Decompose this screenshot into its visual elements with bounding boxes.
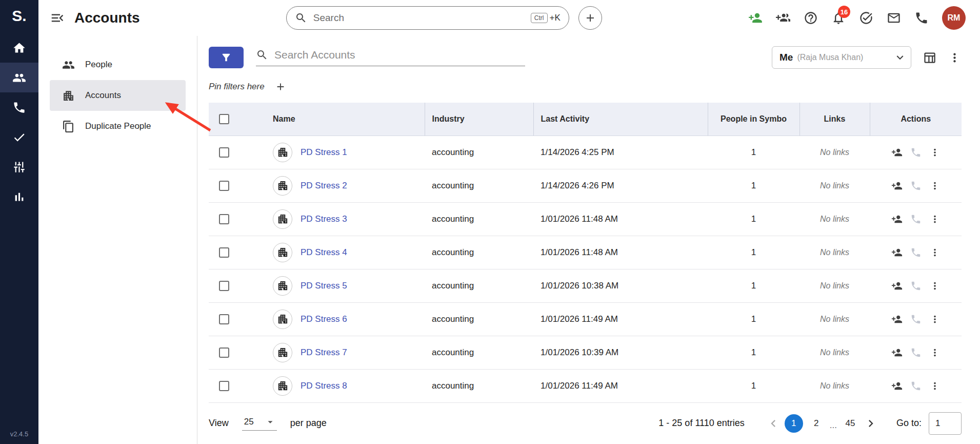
goto-page-input[interactable] (929, 412, 962, 435)
table-row: PD Stress 3 accounting 1/01/2026 11:48 A… (209, 202, 962, 236)
row-more-options-icon[interactable] (929, 280, 941, 292)
rail-settings[interactable] (0, 152, 38, 182)
links-cell: No links (799, 236, 870, 269)
people-icon (12, 71, 26, 85)
add-person-icon[interactable] (891, 247, 903, 258)
add-person-icon[interactable] (891, 180, 903, 191)
rail-calls[interactable] (0, 92, 38, 122)
row-more-options-icon[interactable] (929, 314, 941, 325)
call-icon[interactable] (910, 347, 922, 358)
call-icon[interactable] (910, 380, 922, 392)
sidebar-item-people[interactable]: People (50, 49, 186, 80)
account-name-link[interactable]: PD Stress 4 (301, 247, 347, 258)
owner-filter-dropdown[interactable]: Me (Raja Musa Khan) (772, 46, 911, 69)
phone-button[interactable] (914, 11, 929, 25)
global-search-input[interactable] (313, 12, 531, 24)
add-person-icon[interactable] (891, 280, 903, 292)
rail-people[interactable] (0, 63, 38, 92)
notifications-button[interactable]: 16 (831, 11, 846, 25)
add-person-icon[interactable] (891, 147, 903, 158)
add-person-icon[interactable] (891, 214, 903, 225)
call-icon[interactable] (910, 280, 922, 292)
page-button-last[interactable]: 45 (841, 414, 859, 433)
sidebar-item-label: Accounts (85, 90, 121, 101)
rail-home[interactable] (0, 33, 38, 63)
account-avatar (273, 376, 292, 396)
chevron-down-icon (893, 51, 907, 64)
row-checkbox[interactable] (219, 147, 229, 158)
column-settings-button[interactable] (923, 51, 936, 65)
app-version: v2.4.5 (10, 430, 28, 438)
more-options-button[interactable] (948, 51, 962, 65)
call-icon[interactable] (910, 147, 922, 158)
page-button-2[interactable]: 2 (807, 414, 826, 433)
user-avatar[interactable]: RM (942, 6, 966, 30)
add-person-icon[interactable] (891, 380, 903, 392)
row-more-options-icon[interactable] (929, 347, 941, 358)
last-activity-cell: 1/01/2026 11:48 AM (533, 202, 708, 236)
page-button-1[interactable]: 1 (785, 414, 803, 433)
col-header-actions[interactable]: Actions (870, 103, 962, 136)
menu-open-icon[interactable] (50, 10, 65, 26)
sidebar-item-duplicate-people[interactable]: Duplicate People (50, 111, 186, 142)
account-name-link[interactable]: PD Stress 1 (301, 147, 347, 158)
prev-page-button[interactable] (766, 416, 781, 431)
col-header-links[interactable]: Links (799, 103, 870, 136)
call-icon[interactable] (910, 214, 922, 225)
account-name-link[interactable]: PD Stress 5 (301, 281, 347, 291)
app-logo: S. (12, 7, 26, 25)
col-header-name[interactable]: Name (266, 103, 425, 136)
sidebar-item-accounts[interactable]: Accounts (50, 80, 186, 111)
call-icon[interactable] (910, 314, 922, 325)
quick-add-button[interactable] (578, 6, 602, 30)
row-checkbox[interactable] (219, 314, 229, 324)
account-avatar (273, 143, 292, 162)
col-header-industry[interactable]: Industry (425, 103, 533, 136)
row-checkbox[interactable] (219, 214, 229, 224)
last-activity-cell: 1/01/2026 11:48 AM (533, 236, 708, 269)
row-checkbox[interactable] (219, 281, 229, 291)
add-person-icon[interactable] (891, 347, 903, 358)
tasks-done-button[interactable] (859, 11, 873, 25)
notification-badge: 16 (838, 6, 850, 18)
account-name-link[interactable]: PD Stress 6 (301, 314, 347, 324)
row-checkbox[interactable] (219, 181, 229, 191)
page-size-select[interactable]: 25 (242, 416, 277, 431)
rail-tasks[interactable] (0, 122, 38, 152)
rail-reports[interactable] (0, 182, 38, 211)
col-header-people[interactable]: People in Symbo (708, 103, 799, 136)
account-name-link[interactable]: PD Stress 8 (301, 381, 347, 391)
help-button[interactable] (804, 11, 818, 25)
call-icon[interactable] (910, 247, 922, 258)
next-page-button[interactable] (864, 416, 878, 431)
pin-filters-label: Pin filters here (209, 82, 265, 92)
accounts-search-bar[interactable] (256, 49, 525, 66)
row-checkbox[interactable] (219, 381, 229, 391)
global-search-bar[interactable]: Ctrl +K (286, 6, 569, 30)
add-person-icon[interactable] (891, 314, 903, 325)
accounts-search-input[interactable] (274, 49, 525, 61)
account-name-link[interactable]: PD Stress 2 (301, 181, 347, 191)
mail-icon (887, 11, 901, 25)
people-count-cell: 1 (708, 302, 799, 336)
add-person-button[interactable] (748, 11, 763, 25)
add-group-button[interactable] (776, 11, 790, 25)
group-add-icon (776, 11, 790, 25)
call-icon[interactable] (910, 180, 922, 191)
filter-button[interactable] (209, 47, 244, 68)
row-checkbox[interactable] (219, 348, 229, 358)
account-name-link[interactable]: PD Stress 7 (301, 348, 347, 358)
row-more-options-icon[interactable] (929, 147, 941, 158)
people-count-cell: 1 (708, 202, 799, 236)
row-more-options-icon[interactable] (929, 214, 941, 225)
row-more-options-icon[interactable] (929, 180, 941, 191)
row-more-options-icon[interactable] (929, 247, 941, 258)
select-all-checkbox[interactable] (219, 114, 229, 124)
account-name-link[interactable]: PD Stress 3 (301, 214, 347, 224)
add-pinned-filter-button[interactable] (275, 81, 286, 92)
row-checkbox[interactable] (219, 247, 229, 258)
check-icon (12, 130, 26, 144)
row-more-options-icon[interactable] (929, 380, 941, 392)
col-header-last-activity[interactable]: Last Activity (533, 103, 708, 136)
mail-button[interactable] (887, 11, 901, 25)
